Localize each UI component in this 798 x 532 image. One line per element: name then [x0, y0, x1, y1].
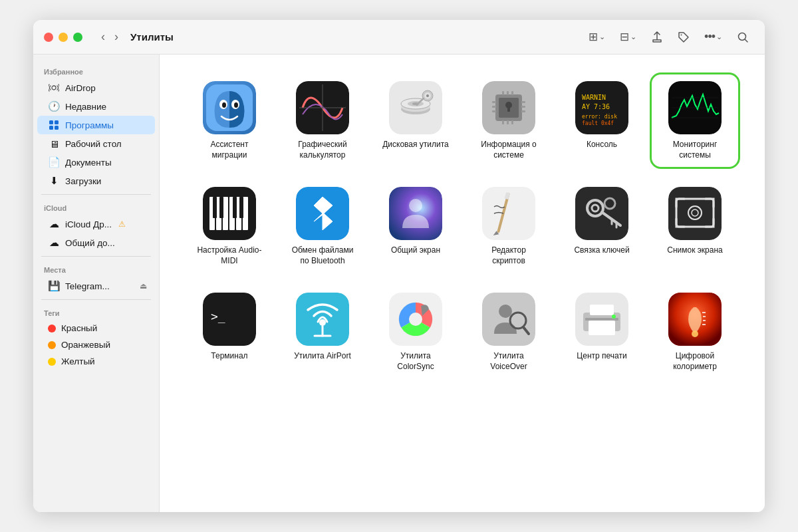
app-keychain[interactable]: Связка ключей — [559, 180, 645, 273]
script-editor-label: Редактор скриптов — [475, 245, 542, 266]
svg-rect-59 — [219, 197, 223, 218]
shared-doc-label: Общий до... — [65, 238, 115, 248]
screenshot-label: Снимок экрана — [667, 245, 723, 256]
content-area: Ассистент миграции — [160, 55, 765, 512]
bluetooth-icon — [296, 187, 349, 240]
list-icon: ⊟ — [620, 30, 629, 44]
svg-point-0 — [681, 34, 682, 35]
sidebar-item-shared-doc[interactable]: ☁ Общий до... — [37, 233, 155, 252]
nav-buttons: ‹ › — [97, 29, 122, 45]
downloads-label: Загрузки — [65, 176, 101, 186]
favorites-section-label: Избранное — [33, 63, 159, 78]
app-script-editor[interactable]: Редактор скриптов — [466, 180, 552, 273]
sidebar-item-desktop[interactable]: 🖥 Рабочий стол — [37, 134, 155, 153]
app-colorsync[interactable]: Утилита ColorSync — [372, 286, 459, 378]
svg-rect-6 — [49, 126, 53, 130]
applications-icon — [48, 119, 60, 131]
sidebar-divider-1 — [41, 194, 151, 195]
telegram-icon: 💾 — [48, 280, 60, 292]
recents-label: Недавние — [65, 102, 106, 112]
app-system-info[interactable]: Информация о системе — [466, 74, 552, 167]
forward-button[interactable]: › — [110, 29, 122, 45]
tag-button[interactable] — [672, 29, 695, 46]
svg-rect-95 — [590, 305, 614, 315]
sidebar-item-telegram[interactable]: 💾 Telegram... ⏏ — [37, 277, 155, 295]
svg-rect-63 — [389, 187, 442, 240]
sidebar: Избранное AirDrop 🕐 Недавние — [33, 55, 160, 512]
print-center-icon — [575, 293, 628, 346]
icloud-drive-icon: ☁ — [48, 218, 60, 230]
more-button[interactable]: ••• ⌄ — [699, 27, 728, 47]
sidebar-item-recents[interactable]: 🕐 Недавние — [37, 97, 155, 116]
sidebar-item-tag-red[interactable]: Красный — [37, 320, 155, 336]
back-button[interactable]: ‹ — [97, 29, 109, 45]
console-icon: WARNIN AY 7:36 error: disk fault 0x4f — [575, 81, 628, 134]
sidebar-item-icloud-drive[interactable]: ☁ iCloud Др... ⚠ — [37, 215, 155, 233]
sidebar-item-tag-yellow[interactable]: Желтый — [37, 353, 155, 370]
app-disk-utility[interactable]: Дисковая утилита — [372, 74, 459, 167]
keychain-icon — [575, 187, 628, 240]
screenshot-icon — [668, 187, 722, 240]
applications-label: Программы — [65, 120, 114, 130]
sidebar-item-documents[interactable]: 📄 Документы — [37, 153, 155, 172]
eject-icon: ⏏ — [140, 281, 147, 291]
svg-text:>_: >_ — [211, 309, 225, 323]
share-button[interactable] — [646, 29, 668, 46]
app-console[interactable]: WARNIN AY 7:36 error: disk fault 0x4f Ко… — [559, 74, 645, 167]
sidebar-item-tag-orange[interactable]: Оранжевый — [37, 336, 155, 353]
terminal-icon: >_ — [203, 293, 256, 346]
svg-rect-36 — [511, 91, 513, 95]
sidebar-item-airdrop[interactable]: AirDrop — [37, 78, 155, 97]
svg-rect-28 — [492, 101, 496, 103]
activity-monitor-label: Мониторинг системы — [662, 140, 728, 160]
app-audio-midi[interactable]: Настройка Audio-MIDI — [186, 180, 273, 273]
sidebar-item-applications[interactable]: Программы — [37, 116, 155, 134]
svg-rect-41 — [507, 106, 510, 112]
voiceover-label: Утилита VoiceOver — [475, 351, 542, 372]
minimize-button[interactable] — [59, 33, 68, 42]
view-chevron-icon: ⌄ — [599, 33, 605, 41]
app-print-center[interactable]: Центр печати — [559, 286, 645, 378]
console-label: Консоль — [587, 140, 617, 150]
app-grapher[interactable]: Графический калькулятор — [279, 74, 366, 167]
yellow-tag-dot — [48, 358, 56, 366]
svg-rect-38 — [507, 120, 509, 124]
app-activity-monitor[interactable]: Мониторинг системы — [652, 74, 738, 167]
svg-rect-34 — [502, 91, 504, 95]
app-screenshot[interactable]: Снимок экрана — [652, 180, 738, 273]
red-tag-dot — [48, 325, 56, 332]
share-icon — [651, 31, 663, 43]
svg-point-3 — [52, 86, 56, 90]
svg-rect-94 — [589, 321, 615, 335]
grapher-label: Графический калькулятор — [289, 140, 356, 160]
search-button[interactable] — [732, 29, 754, 46]
maximize-button[interactable] — [73, 33, 82, 42]
app-digital-color[interactable]: Цифровой колориметр — [652, 286, 738, 378]
sidebar-divider-2 — [41, 256, 151, 257]
view-list-button[interactable]: ⊟ ⌄ — [614, 27, 642, 47]
toolbar-actions: ⊞ ⌄ ⊟ ⌄ ••• ⌄ — [583, 27, 754, 47]
app-migration-assistant[interactable]: Ассистент миграции — [186, 74, 273, 167]
airdrop-label: AirDrop — [65, 83, 96, 93]
view-icon-button[interactable]: ⊞ ⌄ — [583, 27, 610, 47]
sidebar-divider-3 — [41, 299, 151, 300]
red-tag-label: Красный — [61, 323, 97, 333]
airport-label: Утилита AirPort — [294, 351, 351, 362]
voiceover-icon — [482, 293, 535, 346]
app-screen-sharing[interactable]: Общий экран — [372, 180, 459, 273]
script-editor-icon — [482, 187, 535, 240]
sidebar-item-downloads[interactable]: ⬇ Загрузки — [37, 172, 155, 190]
svg-rect-39 — [511, 120, 513, 124]
bluetooth-label: Обмен файлами по Bluetooth — [289, 245, 356, 266]
app-grid: Ассистент миграции — [186, 74, 738, 379]
app-bluetooth[interactable]: Обмен файлами по Bluetooth — [279, 180, 366, 273]
svg-point-11 — [222, 102, 226, 108]
app-voiceover[interactable]: Утилита VoiceOver — [466, 286, 552, 378]
colorsync-label: Утилита ColorSync — [382, 351, 449, 372]
app-airport[interactable]: Утилита AirPort — [279, 286, 366, 378]
app-terminal[interactable]: >_ Терминал — [186, 286, 273, 378]
svg-rect-88 — [482, 293, 535, 346]
close-button[interactable] — [44, 33, 53, 42]
airport-icon — [296, 293, 349, 346]
recents-icon: 🕐 — [48, 100, 60, 112]
